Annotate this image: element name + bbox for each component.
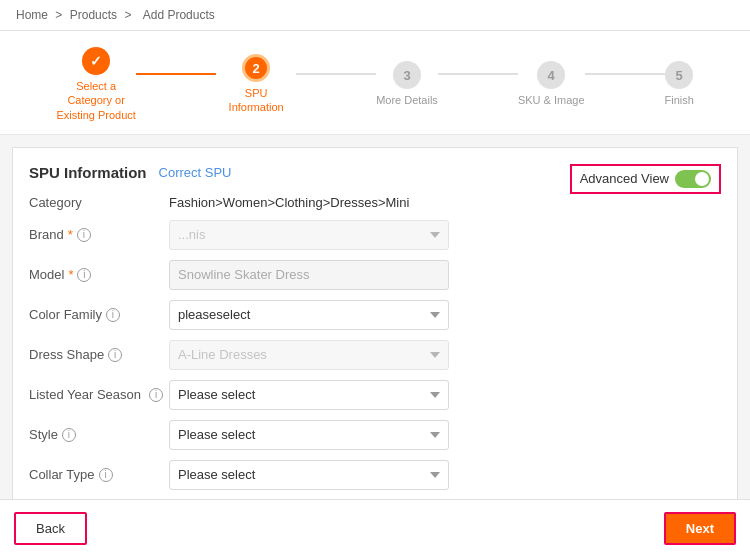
breadcrumb-current: Add Products [143,8,215,22]
main-content: SPU Information Correct SPU Advanced Vie… [12,147,738,557]
field-model: Model * i [29,260,721,290]
advanced-view-label: Advanced View [580,171,669,186]
info-icon-listed-year-season[interactable]: i [149,388,163,402]
stepper: ✓ Select a Category orExisting Product 2… [0,31,750,135]
connector-1-2 [136,73,216,75]
info-icon-color-family[interactable]: i [106,308,120,322]
field-brand: Brand * i ...nis [29,220,721,250]
step-5: 5 Finish [665,61,694,107]
field-dress-shape: Dress Shape i A-Line Dresses [29,340,721,370]
connector-4-5 [585,73,665,75]
step-5-label: Finish [665,93,694,107]
step-1: ✓ Select a Category orExisting Product [56,47,136,122]
next-button[interactable]: Next [664,512,736,545]
value-model [169,260,721,290]
select-collar-type[interactable]: Please select [169,460,449,490]
info-icon-style[interactable]: i [62,428,76,442]
label-color-family: Color Family i [29,307,169,322]
select-style[interactable]: Please select [169,420,449,450]
correct-spu-link[interactable]: Correct SPU [159,165,232,180]
value-collar-type: Please select [169,460,721,490]
step-1-circle: ✓ [82,47,110,75]
info-icon-collar-type[interactable]: i [99,468,113,482]
info-icon-model[interactable]: i [77,268,91,282]
value-style: Please select [169,420,721,450]
step-5-circle: 5 [665,61,693,89]
step-2: 2 SPU Information [216,54,296,115]
info-icon-dress-shape[interactable]: i [108,348,122,362]
field-listed-year-season: Listed Year Season i Please select [29,380,721,410]
step-3-label: More Details [376,93,438,107]
step-2-label: SPU Information [216,86,296,115]
back-button[interactable]: Back [14,512,87,545]
step-4-circle: 4 [537,61,565,89]
breadcrumb-products[interactable]: Products [70,8,117,22]
label-brand: Brand * i [29,227,169,242]
section-title: SPU Information [29,164,147,181]
select-listed-year-season[interactable]: Please select [169,380,449,410]
info-icon-brand[interactable]: i [77,228,91,242]
breadcrumb-home[interactable]: Home [16,8,48,22]
label-collar-type: Collar Type i [29,467,169,482]
value-listed-year-season: Please select [169,380,721,410]
label-model: Model * i [29,267,169,282]
value-dress-shape: A-Line Dresses [169,340,721,370]
advanced-view-container: Advanced View [570,164,721,194]
connector-2-3 [296,73,376,75]
value-brand: ...nis [169,220,721,250]
advanced-view-toggle[interactable] [675,170,711,188]
field-category: Category Fashion>Women>Clothing>Dresses>… [29,195,721,210]
value-category: Fashion>Women>Clothing>Dresses>Mini [169,195,721,210]
breadcrumb: Home > Products > Add Products [0,0,750,31]
step-3: 3 More Details [376,61,438,107]
label-style: Style i [29,427,169,442]
select-brand[interactable]: ...nis [169,220,449,250]
step-4-label: SKU & Image [518,93,585,107]
label-listed-year-season: Listed Year Season i [29,387,169,402]
label-dress-shape: Dress Shape i [29,347,169,362]
select-color-family[interactable]: pleaseselect [169,300,449,330]
input-model [169,260,449,290]
field-style: Style i Please select [29,420,721,450]
toggle-knob [695,172,709,186]
step-1-label: Select a Category orExisting Product [56,79,136,122]
footer: Back Next [0,499,750,557]
value-color-family: pleaseselect [169,300,721,330]
field-color-family: Color Family i pleaseselect [29,300,721,330]
label-category: Category [29,195,169,210]
step-4: 4 SKU & Image [518,61,585,107]
select-dress-shape[interactable]: A-Line Dresses [169,340,449,370]
step-3-circle: 3 [393,61,421,89]
step-2-circle: 2 [242,54,270,82]
field-collar-type: Collar Type i Please select [29,460,721,490]
connector-3-4 [438,73,518,75]
